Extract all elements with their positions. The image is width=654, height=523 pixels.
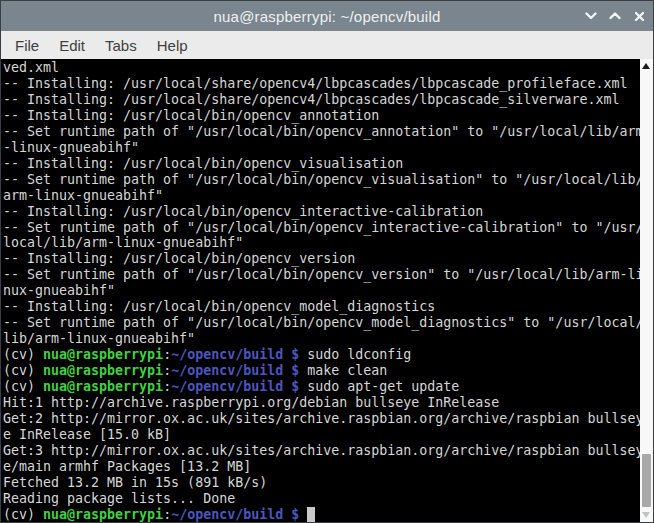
close-icon (634, 11, 645, 22)
terminal-text-segment: (cv) (3, 347, 43, 362)
terminal-text-segment: Reading package lists... Done (3, 491, 235, 506)
terminal-line: e/main armhf Packages [13.2 MB] (3, 459, 640, 475)
close-button[interactable] (631, 8, 647, 24)
terminal-text-segment: Fetched 13.2 MB in 15s (891 kB/s) (3, 475, 267, 490)
terminal-line: local/lib/arm-linux-gnueabihf" (3, 235, 640, 251)
terminal-text-segment: -- Installing: /usr/local/bin/opencv_ver… (3, 251, 355, 266)
terminal-text-segment: Hit:1 http://archive.raspberrypi.org/deb… (3, 395, 499, 410)
terminal-text-segment: : (163, 507, 171, 522)
terminal-line: -- Installing: /usr/local/bin/opencv_vis… (3, 156, 640, 172)
terminal-line: -- Installing: /usr/local/bin/opencv_ver… (3, 251, 640, 267)
terminal-text-segment: sudo apt-get update (299, 379, 459, 394)
terminal-text-segment: nua@raspberrypi (43, 379, 163, 394)
scroll-down-arrow-icon[interactable] (642, 512, 650, 518)
terminal-line: -- Set runtime path of "/usr/local/bin/o… (3, 124, 640, 140)
terminal-window: nua@raspberrypi: ~/opencv/build File Edi… (0, 0, 654, 523)
terminal-text-segment: make clean (299, 363, 387, 378)
terminal-line: lib/arm-linux-gnueabihf" (3, 331, 640, 347)
terminal-text-segment: e InRelease [15.0 kB] (3, 427, 171, 442)
terminal-text-segment: e/main armhf Packages [13.2 MB] (3, 459, 251, 474)
titlebar[interactable]: nua@raspberrypi: ~/opencv/build (1, 1, 653, 31)
terminal-text-segment: sudo ldconfig (299, 347, 411, 362)
terminal-line: -- Installing: /usr/local/bin/opencv_int… (3, 204, 640, 220)
terminal-text-segment: -- Set runtime path of "/usr/local/bin/o… (3, 267, 640, 282)
menu-edit[interactable]: Edit (49, 34, 95, 57)
scrollbar-thumb[interactable] (642, 454, 651, 507)
terminal-line: -- Installing: /usr/local/share/opencv4/… (3, 92, 640, 108)
terminal-text-segment: (cv) (3, 379, 43, 394)
terminal-text-segment: -linux-gnueabihf" (3, 140, 139, 155)
terminal-line: Fetched 13.2 MB in 15s (891 kB/s) (3, 475, 640, 491)
terminal-line: Hit:1 http://archive.raspberrypi.org/deb… (3, 395, 640, 411)
terminal-text-segment: -- Installing: /usr/local/share/opencv4/… (3, 76, 627, 91)
window-title: nua@raspberrypi: ~/opencv/build (1, 8, 653, 25)
terminal-text-segment: -- Set runtime path of "/usr/local/bin/o… (3, 315, 640, 330)
terminal-line: ved.xml (3, 60, 640, 76)
terminal-line: -- Set runtime path of "/usr/local/bin/o… (3, 267, 640, 283)
menu-file[interactable]: File (5, 34, 49, 57)
terminal-text-segment: local/lib/arm-linux-gnueabihf" (3, 235, 243, 250)
terminal-text-segment: : (163, 363, 171, 378)
terminal-line: -- Installing: /usr/local/bin/opencv_mod… (3, 299, 640, 315)
menu-tabs[interactable]: Tabs (95, 34, 147, 57)
terminal-text-segment: -- Set runtime path of "/usr/local/bin/o… (3, 220, 640, 235)
terminal-line: -- Set runtime path of "/usr/local/bin/o… (3, 315, 640, 331)
terminal-text-segment: nua@raspberrypi (43, 507, 163, 522)
terminal-line: -- Set runtime path of "/usr/local/bin/o… (3, 172, 640, 188)
terminal-cursor (307, 507, 315, 522)
terminal-text-segment: -- Installing: /usr/local/bin/opencv_vis… (3, 156, 403, 171)
terminal-text-segment: -- Installing: /usr/local/bin/opencv_ann… (3, 108, 379, 123)
terminal-line: e InRelease [15.0 kB] (3, 427, 640, 443)
terminal-line: Get:2 http://mirror.ox.ac.uk/sites/archi… (3, 411, 640, 427)
terminal-line: arm-linux-gnueabihf" (3, 188, 640, 204)
terminal-text-segment: (cv) (3, 363, 43, 378)
scrollbar[interactable] (640, 59, 653, 522)
terminal-text-segment: ved.xml (3, 60, 59, 75)
terminal-line: nux-gnueabihf" (3, 283, 640, 299)
terminal-line: -linux-gnueabihf" (3, 140, 640, 156)
terminal-text-segment: -- Installing: /usr/local/bin/opencv_int… (3, 204, 483, 219)
terminal-text-segment: ~/opencv/build $ (171, 379, 299, 394)
scroll-up-arrow-icon[interactable] (642, 63, 650, 69)
window-controls (583, 1, 647, 31)
terminal-text-segment: ~/opencv/build $ (171, 347, 299, 362)
terminal-line: -- Installing: /usr/local/share/opencv4/… (3, 76, 640, 92)
terminal-line: -- Installing: /usr/local/bin/opencv_ann… (3, 108, 640, 124)
maximize-button[interactable] (607, 8, 623, 24)
terminal-text-segment: nua@raspberrypi (43, 363, 163, 378)
terminal-text-segment: -- Installing: /usr/local/bin/opencv_mod… (3, 299, 435, 314)
terminal-line: (cv) nua@raspberrypi:~/opencv/build $ ma… (3, 363, 640, 379)
chevron-up-icon (609, 12, 621, 20)
terminal-text-segment: : (163, 347, 171, 362)
terminal-line: Reading package lists... Done (3, 491, 640, 507)
terminal-line: Get:3 http://mirror.ox.ac.uk/sites/archi… (3, 443, 640, 459)
terminal-text-segment: (cv) (3, 507, 43, 522)
terminal-line: (cv) nua@raspberrypi:~/opencv/build $ su… (3, 347, 640, 363)
terminal-line: -- Set runtime path of "/usr/local/bin/o… (3, 220, 640, 236)
minimize-button[interactable] (583, 8, 599, 24)
terminal-line: (cv) nua@raspberrypi:~/opencv/build $ (3, 507, 640, 522)
terminal-text-segment: : (163, 379, 171, 394)
terminal-text-segment: Get:3 http://mirror.ox.ac.uk/sites/archi… (3, 443, 640, 458)
terminal-text-segment: lib/arm-linux-gnueabihf" (3, 331, 195, 346)
menu-help[interactable]: Help (147, 34, 198, 57)
terminal-text-segment: arm-linux-gnueabihf" (3, 188, 163, 203)
terminal-text-segment: ~/opencv/build $ (171, 363, 299, 378)
terminal-text-segment: -- Set runtime path of "/usr/local/bin/o… (3, 172, 640, 187)
terminal-line: (cv) nua@raspberrypi:~/opencv/build $ su… (3, 379, 640, 395)
menu-bar: File Edit Tabs Help (1, 31, 653, 59)
terminal-text-segment: nux-gnueabihf" (3, 283, 115, 298)
terminal-text-segment: ~/opencv/build $ (171, 507, 299, 522)
terminal-text-segment: -- Installing: /usr/local/share/opencv4/… (3, 92, 619, 107)
chevron-down-icon (585, 12, 597, 20)
terminal-text-segment: -- Set runtime path of "/usr/local/bin/o… (3, 124, 640, 139)
terminal-text-segment: Get:2 http://mirror.ox.ac.uk/sites/archi… (3, 411, 640, 426)
terminal-area[interactable]: ved.xml-- Installing: /usr/local/share/o… (1, 59, 653, 522)
terminal-text-segment: nua@raspberrypi (43, 347, 163, 362)
terminal-output: ved.xml-- Installing: /usr/local/share/o… (3, 60, 640, 522)
